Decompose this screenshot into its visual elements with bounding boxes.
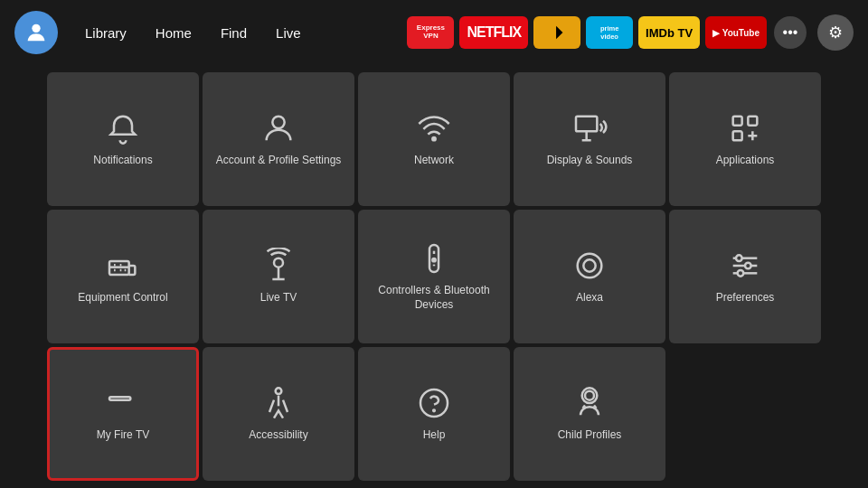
child-icon — [571, 385, 608, 421]
grid-item-alexa[interactable]: Alexa — [514, 210, 665, 343]
grid-item-display[interactable]: Display & Sounds — [514, 72, 665, 206]
nav-links: Library Home Find Live — [72, 20, 314, 46]
help-icon — [416, 385, 452, 421]
svg-rect-23 — [109, 398, 130, 400]
grid-item-network[interactable]: Network — [358, 72, 510, 206]
myfiretv-label: My Fire TV — [97, 428, 149, 443]
network-label: Network — [414, 154, 454, 168]
help-label: Help — [423, 428, 446, 443]
topbar: Library Home Find Live ExpressVPN NETFLI… — [0, 0, 868, 65]
grid-item-controllers[interactable]: Controllers & Bluetooth Devices — [358, 210, 510, 343]
nav-live[interactable]: Live — [263, 20, 314, 46]
applications-label: Applications — [716, 154, 775, 168]
remote-icon — [416, 240, 452, 277]
firetv-icon — [105, 385, 141, 421]
antenna-icon — [260, 248, 297, 284]
more-button[interactable]: ••• — [774, 16, 807, 49]
svg-point-27 — [585, 391, 594, 400]
bell-icon — [105, 110, 141, 146]
controllers-label: Controllers & Bluetooth Devices — [367, 284, 501, 312]
grid-item-preferences[interactable]: Preferences — [669, 210, 821, 343]
settings-button[interactable]: ⚙ — [817, 14, 854, 51]
svg-rect-6 — [733, 132, 742, 141]
display-label: Display & Sounds — [547, 154, 633, 168]
notifications-label: Notifications — [93, 154, 152, 168]
svg-point-22 — [738, 270, 744, 277]
accessibility-label: Accessibility — [249, 428, 307, 443]
sliders-icon — [727, 248, 763, 284]
grid-item-childprofiles[interactable]: Child Profiles — [514, 347, 665, 481]
svg-point-1 — [272, 117, 284, 128]
svg-point-21 — [745, 263, 751, 269]
svg-point-24 — [276, 389, 282, 395]
settings-grid: Notifications Account & Profile Settings… — [0, 65, 868, 488]
apps-icon — [727, 110, 763, 146]
svg-point-16 — [583, 260, 595, 272]
svg-point-2 — [432, 137, 435, 140]
svg-point-13 — [432, 258, 435, 261]
app-youtube[interactable]: ▶ YouTube — [705, 16, 767, 49]
grid-item-accessibility[interactable]: Accessibility — [203, 347, 354, 481]
svg-point-8 — [274, 258, 283, 267]
nav-find[interactable]: Find — [208, 20, 259, 46]
tv-remote-icon — [105, 248, 141, 284]
nav-library[interactable]: Library — [72, 20, 139, 46]
svg-point-15 — [578, 254, 602, 278]
app-plex[interactable] — [533, 16, 580, 49]
user-avatar[interactable] — [14, 11, 58, 54]
account-label: Account & Profile Settings — [216, 154, 342, 168]
wifi-icon — [416, 110, 452, 146]
livetv-label: Live TV — [260, 291, 297, 305]
nav-home[interactable]: Home — [143, 20, 204, 46]
app-imdb[interactable]: IMDb TV — [638, 16, 700, 49]
svg-point-25 — [420, 389, 448, 417]
preferences-label: Preferences — [716, 291, 775, 305]
svg-rect-5 — [748, 117, 757, 126]
grid-item-notifications[interactable]: Notifications — [47, 72, 199, 206]
alexa-label: Alexa — [576, 291, 603, 305]
accessibility-icon — [260, 385, 297, 421]
grid-item-livetv[interactable]: Live TV — [203, 210, 354, 343]
app-expressvpn[interactable]: ExpressVPN — [407, 16, 454, 49]
grid-item-help[interactable]: Help — [358, 347, 510, 481]
monitor-sound-icon — [571, 110, 608, 146]
svg-point-0 — [32, 24, 40, 33]
svg-rect-4 — [733, 117, 742, 126]
grid-item-applications[interactable]: Applications — [669, 72, 821, 206]
equipment-label: Equipment Control — [78, 291, 167, 305]
grid-item-equipment[interactable]: Equipment Control — [47, 210, 199, 343]
app-shortcuts: ExpressVPN NETFLIX primevideo IMDb TV ▶ … — [407, 16, 767, 49]
svg-rect-3 — [576, 117, 597, 132]
app-netflix[interactable]: NETFLIX — [459, 16, 528, 49]
grid-item-myfiretv[interactable]: My Fire TV — [47, 347, 199, 481]
app-prime[interactable]: primevideo — [586, 16, 633, 49]
person-icon — [260, 110, 297, 146]
childprofiles-label: Child Profiles — [558, 428, 622, 443]
svg-point-20 — [736, 256, 742, 262]
grid-item-account[interactable]: Account & Profile Settings — [203, 72, 354, 206]
alexa-icon — [571, 248, 608, 284]
svg-point-26 — [433, 410, 435, 412]
